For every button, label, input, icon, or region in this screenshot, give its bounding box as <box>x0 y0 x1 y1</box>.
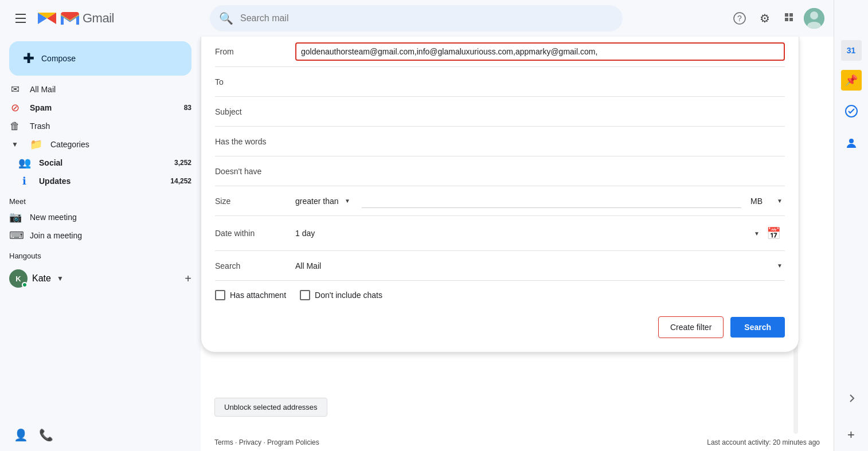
sidebar-item-spam[interactable]: ⊘ Spam 83 <box>0 99 201 117</box>
search-icon: 🔍 <box>219 11 233 25</box>
program-policies-link[interactable]: Program Policies <box>267 438 319 446</box>
compose-button[interactable]: ✚ Compose <box>9 41 191 76</box>
sidebar: Gmail ✚ Compose ✉ All Mail ⊘ Spam 83 🗑 T… <box>0 0 201 451</box>
sidebar-item-updates[interactable]: ℹ Updates 14,252 <box>0 172 201 190</box>
svg-point-11 <box>849 139 854 143</box>
filter-doesnt-have-row: Doesn't have <box>215 156 785 186</box>
gmail-logo: Gmail <box>37 8 114 29</box>
size-controls: greater than less than MB KB Bytes <box>295 194 785 208</box>
footer: Terms · Privacy · Program Policies Last … <box>201 434 834 451</box>
search-scope-select-wrap: All Mail Inbox Starred Sent Mail <box>295 261 785 270</box>
filter-has-words-row: Has the words <box>215 127 785 156</box>
to-label: To <box>215 77 295 87</box>
terms-link[interactable]: Terms <box>214 438 233 446</box>
sidebar-item-label: All Mail <box>30 85 191 94</box>
user-avatar[interactable] <box>804 8 824 29</box>
search-bar-row: 🔍 ? ⚙ <box>201 0 834 37</box>
hangouts-kate-item[interactable]: K Kate ▼ + <box>9 267 191 290</box>
sidebar-item-join-meeting[interactable]: ⌨ Join a meeting <box>0 226 201 245</box>
to-input[interactable] <box>295 77 785 87</box>
checkbox-row: Has attachment Don't include chats <box>215 281 785 305</box>
has-words-input[interactable] <box>295 137 785 146</box>
search-input[interactable] <box>240 13 613 23</box>
svg-rect-4 <box>789 13 793 17</box>
filter-actions: Create filter Search <box>215 305 785 338</box>
subject-input[interactable] <box>295 107 785 116</box>
size-comparator-wrap: greater than less than <box>295 197 353 206</box>
hamburger-menu[interactable] <box>9 7 32 30</box>
filter-size-row: Size greater than less than MB KB Bytes <box>215 186 785 216</box>
calendar-icon[interactable]: 📅 <box>762 222 785 245</box>
compose-plus-icon: ✚ <box>23 50 34 66</box>
folder-icon: 📁 <box>30 138 41 151</box>
spam-icon: ⊘ <box>9 101 21 114</box>
kate-avatar: K <box>9 269 28 288</box>
create-filter-button[interactable]: Create filter <box>658 316 724 338</box>
add-more-apps-icon[interactable]: + <box>840 423 863 446</box>
kate-dropdown-icon: ▼ <box>57 274 64 283</box>
search-filter-dialog: From To Subject Has the words Doesn't ha… <box>201 37 799 352</box>
sidebar-item-trash[interactable]: 🗑 Trash <box>0 117 201 135</box>
sidebar-item-social[interactable]: 👥 Social 3,252 <box>0 154 201 172</box>
search-box[interactable]: 🔍 <box>210 5 623 32</box>
dont-include-chats-label: Don't include chats <box>315 291 382 300</box>
doesnt-have-input[interactable] <box>295 167 785 176</box>
sidebar-item-label: Categories <box>50 140 191 149</box>
gmail-m-svg <box>60 11 80 26</box>
dont-include-chats-checkbox-label[interactable]: Don't include chats <box>300 290 382 300</box>
svg-rect-6 <box>789 18 793 21</box>
activity-text: Last account activity: 20 minutes ago <box>707 438 820 446</box>
search-scope-select[interactable]: All Mail Inbox Starred Sent Mail <box>295 261 467 270</box>
meet-section-title: Meet <box>0 190 201 208</box>
person-icon[interactable]: 👤 <box>9 423 32 446</box>
filter-search-row: Search All Mail Inbox Starred Sent Mail <box>215 251 785 281</box>
keyboard-icon: ⌨ <box>9 229 21 242</box>
sidebar-item-new-meeting[interactable]: 📷 New meeting <box>0 208 201 226</box>
svg-point-8 <box>810 11 818 19</box>
svg-rect-3 <box>785 13 788 17</box>
hangouts-section-title: Hangouts <box>0 245 201 262</box>
search-button[interactable]: Search <box>730 317 785 338</box>
size-unit-select[interactable]: MB KB Bytes <box>750 197 785 206</box>
privacy-link[interactable]: Privacy <box>239 438 261 446</box>
sidebar-top-bar: Gmail <box>0 0 201 37</box>
svg-rect-5 <box>785 18 788 21</box>
size-number-input[interactable] <box>362 194 741 208</box>
sidebar-item-label: Trash <box>30 121 191 131</box>
phone-icon[interactable]: 📞 <box>34 423 57 446</box>
keep-app-icon[interactable]: 📌 <box>841 70 862 91</box>
gmail-m-icon <box>37 8 57 29</box>
sidebar-item-categories[interactable]: ▼ 📁 Categories <box>0 135 201 154</box>
updates-icon: ℹ <box>18 175 30 187</box>
from-input[interactable] <box>295 42 785 61</box>
settings-icon[interactable]: ⚙ <box>753 7 776 30</box>
dont-include-chats-checkbox[interactable] <box>300 290 310 300</box>
apps-grid-icon[interactable] <box>779 7 801 30</box>
filter-from-row: From <box>215 37 785 67</box>
right-panel: 31 📌 + <box>834 0 868 451</box>
date-within-select[interactable]: 1 day 3 days 1 week 2 weeks 1 month <box>295 229 467 238</box>
has-attachment-checkbox-label[interactable]: Has attachment <box>215 290 286 300</box>
help-icon[interactable]: ? <box>728 7 751 30</box>
size-comparator-select[interactable]: greater than less than <box>295 197 353 206</box>
filter-to-row: To <box>215 67 785 97</box>
video-icon: 📷 <box>9 211 21 223</box>
date-within-select-wrap: 1 day 3 days 1 week 2 weeks 1 month <box>295 229 762 238</box>
sidebar-item-all-mail[interactable]: ✉ All Mail <box>0 80 201 99</box>
size-unit-wrap: MB KB Bytes <box>750 197 785 206</box>
add-hangout-icon[interactable]: + <box>185 272 191 285</box>
kate-label: Kate <box>32 273 51 284</box>
spam-count: 83 <box>184 104 191 112</box>
expand-right-panel-icon[interactable] <box>840 387 863 410</box>
unblock-hint[interactable]: Unblock selected addresses <box>214 398 327 417</box>
sidebar-item-label: Join a meeting <box>30 231 191 240</box>
social-count: 3,252 <box>174 159 191 167</box>
tasks-check-icon[interactable] <box>840 100 863 123</box>
contacts-icon[interactable] <box>840 132 863 155</box>
sidebar-item-label: Spam <box>30 103 175 112</box>
footer-separator-1: · <box>235 438 239 446</box>
has-words-label: Has the words <box>215 137 295 146</box>
has-attachment-checkbox[interactable] <box>215 290 225 300</box>
date-within-label: Date within <box>215 229 295 238</box>
calendar-app-icon[interactable]: 31 <box>841 40 862 61</box>
